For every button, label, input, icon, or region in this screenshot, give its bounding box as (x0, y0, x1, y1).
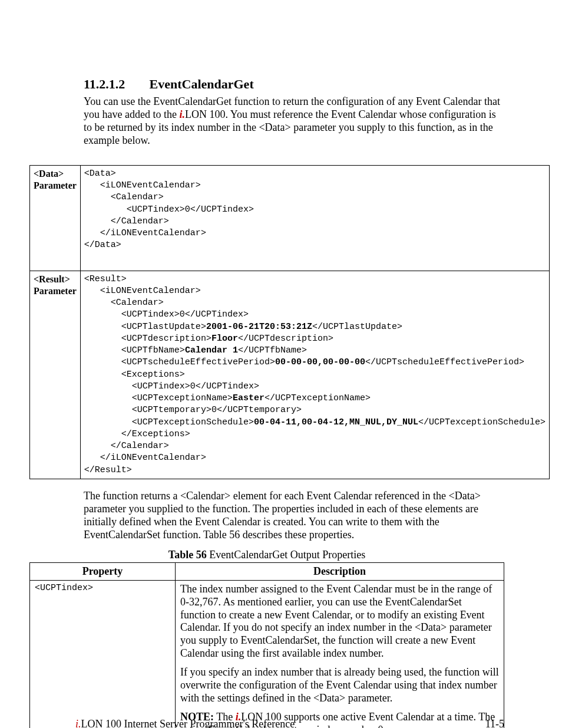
section-number: 11.2.1.2 (84, 77, 146, 92)
data-parameter-code: <Data> <iLONEventCalendar> <Calendar> <U… (80, 165, 549, 271)
result-parameter-code: <Result> <iLONEventCalendar> <Calendar> … (80, 271, 549, 479)
table-header-description: Description (176, 562, 504, 580)
table-caption: Table 56 EventCalendarGet Output Propert… (29, 549, 504, 561)
table-header-property: Property (30, 562, 176, 580)
section-heading: 11.2.1.2 EventCalendarGet (84, 77, 504, 92)
intro-paragraph: You can use the EventCalendarGet functio… (84, 95, 504, 147)
data-parameter-label: <Data> Parameter (30, 165, 81, 271)
table-row: <UCPTindex> The index number assigned to… (30, 580, 504, 728)
code-parameter-table: <Data> Parameter <Data> <iLONEventCalend… (29, 165, 550, 479)
section-title: EventCalendarGet (150, 77, 254, 91)
footer-left: i.LON 100 Internet Server Programmer's R… (75, 718, 295, 728)
footer-page-number: 11-5 (485, 718, 504, 728)
properties-table: Property Description <UCPTindex> The ind… (29, 562, 504, 728)
property-name: <UCPTindex> (30, 580, 176, 728)
after-box-paragraph: The function returns a <Calendar> elemen… (84, 490, 504, 542)
property-description: The index number assigned to the Event C… (176, 580, 504, 728)
result-parameter-label: <Result> Parameter (30, 271, 81, 479)
page-footer: i.LON 100 Internet Server Programmer's R… (75, 718, 504, 728)
